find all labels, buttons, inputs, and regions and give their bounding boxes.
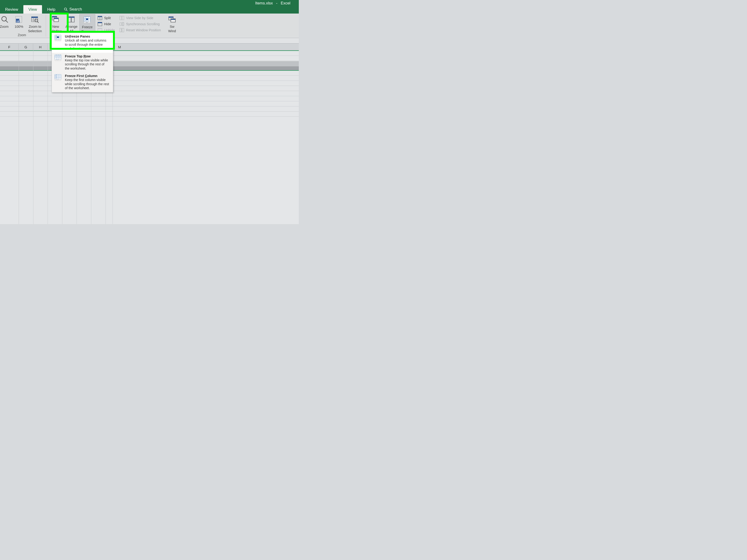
svg-rect-22 xyxy=(68,17,71,18)
freeze-first-col-icon xyxy=(54,74,62,82)
col-header-F[interactable]: F xyxy=(0,44,19,50)
arrange-all-icon xyxy=(67,15,76,24)
firstcol-title-post: olumn xyxy=(87,74,98,78)
split-icon xyxy=(98,16,102,20)
zoom-selection-l1: Zoom to xyxy=(29,25,41,29)
view-side-label: View Side by Side xyxy=(126,16,153,20)
title-sep: - xyxy=(276,1,278,6)
spreadsheet-grid[interactable] xyxy=(0,50,299,224)
new-window-l2: Window xyxy=(50,29,62,33)
svg-point-0 xyxy=(65,8,67,10)
col-header-G[interactable]: G xyxy=(19,44,33,50)
new-window-l1: New xyxy=(52,25,59,29)
svg-marker-5 xyxy=(16,19,19,20)
divider xyxy=(46,15,46,36)
switch-windows-icon xyxy=(167,15,177,24)
switch-windows-button[interactable]: Sw Wind xyxy=(165,14,177,33)
svg-rect-44 xyxy=(122,16,124,20)
split-label: Split xyxy=(104,16,111,20)
svg-rect-49 xyxy=(122,28,124,32)
svg-line-1 xyxy=(67,10,68,11)
title-app: Excel xyxy=(281,1,290,6)
svg-rect-9 xyxy=(31,17,38,18)
svg-rect-48 xyxy=(120,28,122,32)
switch-l1: Sw xyxy=(170,25,174,29)
side-by-side-icon xyxy=(120,16,124,20)
menu-freeze-first-column[interactable]: Freeze First Column Keep the first colum… xyxy=(52,72,113,92)
unfreeze-desc: Unlock all rows and columns to scroll th… xyxy=(65,39,110,51)
menu-freeze-top-row[interactable]: Freeze Top Row Keep the top row visible … xyxy=(52,53,113,73)
menu-unfreeze-panes[interactable]: Unfreeze Panes Unlock all rows and colum… xyxy=(52,33,113,53)
split-button[interactable]: Split xyxy=(97,16,115,21)
svg-rect-42 xyxy=(98,28,102,29)
freeze-panes-button[interactable]: Freeze Panes▾ xyxy=(79,14,95,34)
freeze-panes-icon xyxy=(82,16,92,25)
switch-l2: Wind xyxy=(168,29,176,33)
tab-review[interactable]: Review xyxy=(0,5,23,14)
arrange-all-l1: Arrange xyxy=(66,25,77,29)
ribbon-search[interactable]: Search xyxy=(60,5,85,14)
unhide-label: Unhide xyxy=(104,28,115,32)
reset-position-button: Reset Window Position xyxy=(119,28,161,33)
sync-scroll-button: Synchronous Scrolling xyxy=(119,22,161,27)
freeze-l1: Freeze xyxy=(82,25,93,29)
zoom-button[interactable]: Zoom xyxy=(0,14,12,29)
ribbon-group-zoom: Zoom 100 100% xyxy=(0,14,45,38)
svg-rect-17 xyxy=(52,16,57,18)
svg-rect-24 xyxy=(72,17,75,18)
window-small-group-1: Split Hide Unhide xyxy=(95,14,117,34)
hide-icon xyxy=(98,22,102,26)
zoom-selection-icon xyxy=(30,15,40,24)
tab-view[interactable]: View xyxy=(23,5,42,14)
col-header-M[interactable]: M xyxy=(112,44,127,50)
formula-bar[interactable] xyxy=(0,38,299,44)
unfreeze-title-post: reeze Panes xyxy=(71,34,90,38)
hundred-label: 100% xyxy=(15,25,23,29)
zoom-group-label: Zoom xyxy=(18,33,26,37)
svg-rect-45 xyxy=(120,23,122,25)
svg-rect-63 xyxy=(57,36,59,38)
view-side-by-side-button: View Side by Side xyxy=(119,16,161,21)
svg-text:100: 100 xyxy=(16,21,20,23)
zoom-selection-l2: Selection xyxy=(28,29,42,33)
svg-rect-40 xyxy=(98,22,102,23)
svg-point-2 xyxy=(2,17,6,21)
title-filename: Items.xlsx xyxy=(255,1,273,6)
zoom-to-selection-button[interactable]: Zoom to Selection xyxy=(26,14,44,33)
freeze-panes-dropdown: Unfreeze Panes Unlock all rows and colum… xyxy=(52,33,113,93)
search-label: Search xyxy=(69,7,82,12)
firstcol-desc: Keep the first column visible while scro… xyxy=(65,78,110,90)
zoom-icon xyxy=(0,15,10,24)
col-header-H[interactable]: H xyxy=(33,44,48,50)
hundred-percent-button[interactable]: 100 100% xyxy=(12,14,26,29)
column-header-row: F G H M xyxy=(0,44,299,50)
title-bar: Items.xlsx - Excel xyxy=(0,0,299,5)
hide-button[interactable]: Hide xyxy=(97,22,115,27)
toprow-title-post: ow xyxy=(86,54,91,58)
new-window-icon xyxy=(51,15,60,24)
arrange-all-button[interactable]: Arrange All xyxy=(63,14,79,33)
arrange-all-l2: All xyxy=(70,29,73,33)
freeze-top-row-icon xyxy=(54,54,62,62)
svg-rect-35 xyxy=(86,19,88,20)
search-icon xyxy=(64,7,68,11)
unhide-icon xyxy=(98,28,102,32)
hide-label: Hide xyxy=(104,22,111,26)
svg-rect-43 xyxy=(120,16,122,20)
toprow-title-underline: R xyxy=(83,54,86,58)
new-window-button[interactable]: New Window xyxy=(48,14,64,33)
tab-help[interactable]: Help xyxy=(42,5,60,14)
title-text: Items.xlsx - Excel xyxy=(255,1,290,6)
sync-scroll-icon xyxy=(120,22,124,26)
firstcol-title-pre: Freeze First xyxy=(65,74,85,78)
unfreeze-panes-icon xyxy=(54,34,62,42)
hundred-icon: 100 xyxy=(14,15,24,24)
ribbon: Zoom 100 100% xyxy=(0,14,299,38)
toprow-title-pre: Freeze Top xyxy=(65,54,83,58)
firstcol-title-underline: C xyxy=(85,74,87,78)
ribbon-tabs: Review View Help Search xyxy=(0,5,85,14)
svg-rect-51 xyxy=(169,17,174,18)
zoom-label: Zoom xyxy=(0,25,9,29)
unfreeze-title-pre: Un xyxy=(65,34,69,38)
reset-position-icon xyxy=(120,28,124,32)
